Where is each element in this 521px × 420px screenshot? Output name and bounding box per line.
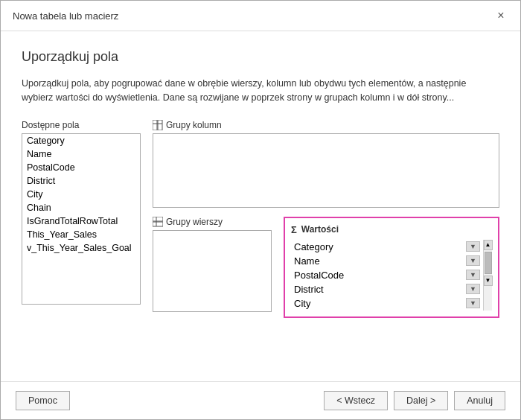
- list-item[interactable]: District: [22, 174, 140, 188]
- list-item[interactable]: Category: [22, 134, 140, 147]
- list-item[interactable]: IsGrandTotalRowTotal: [22, 214, 140, 228]
- panels-row: Dostępne pola CategoryNamePostalCodeDist…: [22, 120, 499, 318]
- dropdown-arrow[interactable]: ▼: [466, 284, 480, 294]
- next-button[interactable]: Dalej >: [394, 391, 448, 410]
- list-item[interactable]: Chain: [22, 201, 140, 214]
- title-bar: Nowa tabela lub macierz ×: [1, 1, 520, 31]
- list-item[interactable]: Name▼: [291, 254, 483, 268]
- list-item[interactable]: This_Year_Sales: [22, 228, 140, 241]
- available-fields-panel: Dostępne pola CategoryNamePostalCodeDist…: [22, 120, 141, 305]
- values-label: Wartości: [301, 224, 339, 235]
- list-item[interactable]: Category▼: [291, 240, 483, 254]
- values-panel-header: Σ Wartości: [291, 224, 492, 235]
- description-text: Uporządkuj pola, aby pogrupować dane w o…: [22, 77, 499, 105]
- values-items: Category▼Name▼PostalCode▼District▼City▼: [291, 240, 483, 311]
- available-fields-label: Dostępne pola: [22, 120, 141, 130]
- close-button[interactable]: ×: [493, 8, 508, 23]
- list-item[interactable]: v_This_Year_Sales_Goal: [22, 241, 140, 255]
- svg-rect-1: [158, 120, 162, 130]
- svg-rect-4: [153, 222, 163, 226]
- values-panel: Σ Wartości Category▼Name▼PostalCode▼Dist…: [284, 217, 499, 318]
- row-groups-label: Grupy wierszy: [153, 217, 272, 227]
- value-item-name: PostalCode: [294, 270, 466, 281]
- dialog-title: Nowa tabela lub macierz: [13, 10, 118, 22]
- column-groups-listbox[interactable]: [153, 133, 499, 208]
- value-item-name: Name: [294, 255, 466, 267]
- columns-icon: [153, 120, 163, 130]
- dropdown-arrow[interactable]: ▼: [466, 255, 480, 266]
- value-item-name: City: [294, 298, 466, 309]
- footer-left: Pomoc: [16, 391, 70, 410]
- value-item-name: District: [294, 284, 466, 295]
- row-groups-panel: Grupy wierszy: [153, 217, 272, 312]
- list-item[interactable]: PostalCode: [22, 161, 140, 174]
- svg-rect-3: [153, 217, 163, 221]
- values-inner: Category▼Name▼PostalCode▼District▼City▼ …: [291, 240, 492, 311]
- scroll-up-btn[interactable]: ▲: [484, 240, 493, 250]
- top-right: Grupy kolumn: [153, 120, 499, 208]
- scroll-thumb[interactable]: [485, 252, 492, 274]
- list-item[interactable]: City: [22, 188, 140, 201]
- scrollbar[interactable]: ▲ ▼: [483, 240, 492, 311]
- dropdown-arrow[interactable]: ▼: [466, 270, 480, 280]
- list-item[interactable]: City▼: [291, 296, 483, 311]
- rows-icon: [153, 217, 163, 227]
- footer-right: < Wstecz Dalej > Anuluj: [324, 391, 505, 410]
- value-item-name: Category: [294, 241, 466, 252]
- row-groups-listbox[interactable]: [153, 230, 272, 312]
- list-item[interactable]: PostalCode▼: [291, 268, 483, 282]
- scroll-down-btn[interactable]: ▼: [484, 276, 493, 286]
- cancel-button[interactable]: Anuluj: [454, 391, 505, 410]
- dropdown-arrow[interactable]: ▼: [466, 241, 480, 252]
- content-area: Uporządkuj pola Uporządkuj pola, aby pog…: [1, 31, 520, 381]
- svg-rect-0: [153, 120, 157, 130]
- list-item[interactable]: District▼: [291, 282, 483, 296]
- column-groups-label: Grupy kolumn: [153, 120, 499, 130]
- footer: Pomoc < Wstecz Dalej > Anuluj: [1, 381, 520, 419]
- sigma-icon: Σ: [291, 224, 297, 235]
- right-panels: Grupy kolumn: [153, 120, 499, 318]
- available-fields-listbox[interactable]: CategoryNamePostalCodeDistrictCityChainI…: [22, 133, 141, 305]
- column-groups-panel: Grupy kolumn: [153, 120, 499, 208]
- bottom-right: Grupy wierszy Σ Wartości Category▼Name▼P…: [153, 217, 499, 318]
- section-title: Uporządkuj pola: [22, 49, 499, 65]
- list-item[interactable]: Name: [22, 147, 140, 161]
- dialog: Nowa tabela lub macierz × Uporządkuj pol…: [0, 0, 521, 420]
- back-button[interactable]: < Wstecz: [324, 391, 388, 410]
- help-button[interactable]: Pomoc: [16, 391, 70, 410]
- dropdown-arrow[interactable]: ▼: [466, 298, 480, 308]
